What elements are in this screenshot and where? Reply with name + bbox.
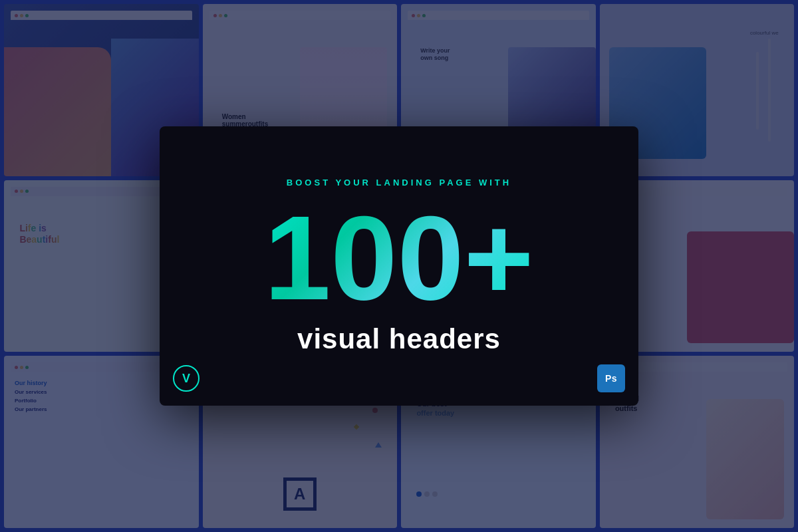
central-card: BOOST YOUR LANDING PAGE WITH 100+ visual… bbox=[160, 126, 638, 406]
ps-badge: Ps bbox=[597, 364, 625, 392]
v-logo-letter: V bbox=[182, 372, 190, 386]
v-logo: V bbox=[173, 365, 200, 392]
card-big-number: 100+ bbox=[264, 198, 533, 318]
card-description: visual headers bbox=[297, 323, 501, 355]
nav-item-partners: Our partners bbox=[15, 405, 188, 414]
card-footer: V Ps bbox=[173, 364, 625, 392]
card-subtitle: BOOST YOUR LANDING PAGE WITH bbox=[287, 178, 511, 188]
